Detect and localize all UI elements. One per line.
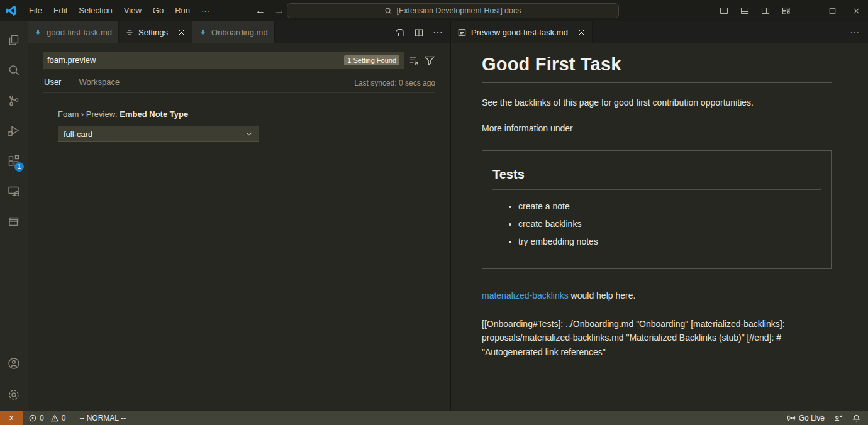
remote-indicator[interactable] [0,411,23,425]
preview-title: Good First Task [482,54,832,83]
list-item: create a note [518,200,826,213]
settings-editor-group: good-first-task.md Settings Onboarding.m… [28,21,450,411]
navigate-forward-icon[interactable]: → [274,5,284,16]
settings-search-input[interactable]: foam.preview 1 Setting Found [43,52,404,69]
source-control-icon[interactable] [0,86,28,116]
notifications-bell-icon[interactable] [852,414,861,423]
menu-file[interactable]: File [23,0,48,21]
open-settings-json-icon[interactable] [395,28,405,38]
setting-separator: › [81,109,84,119]
extensions-icon[interactable]: 1 [0,146,28,176]
settings-search-value: foam.preview [47,55,96,65]
embedded-note-card: Tests create a note create backlinks try… [482,150,832,270]
setting-subcategory: Preview: [86,109,118,119]
list-item: try embedding notes [518,235,826,248]
search-icon [384,7,392,15]
close-tab-icon[interactable] [577,28,586,36]
activity-bar: 1 [0,21,28,411]
settings-list-icon [125,28,134,37]
dropdown-value: full-card [64,130,92,139]
open-preview-icon [457,28,467,37]
chevron-down-icon [245,130,253,138]
setting-name: Embed Note Type [120,109,188,119]
link-paragraph: materialized-backlinks would help here. [482,289,832,302]
embedded-note-title: Tests [492,167,821,190]
vim-mode-indicator: -- NORMAL -- [79,414,126,422]
status-bar: 0 0 -- NORMAL -- Go Live [0,411,868,425]
menu-more-icon[interactable]: ⋯ [196,6,215,16]
minimize-button[interactable] [796,0,820,21]
tab-good-first-task[interactable]: good-first-task.md [28,21,119,43]
menu-run[interactable]: Run [169,0,196,21]
toggle-primary-sidebar-icon[interactable] [713,0,734,21]
toggle-secondary-sidebar-icon[interactable] [755,0,776,21]
feedback-icon[interactable] [833,414,843,423]
menu-go[interactable]: Go [147,0,169,21]
setting-label: Foam › Preview: Embed Note Type [58,109,435,119]
settings-editor: foam.preview 1 Setting Found User Worksp… [28,43,450,411]
preview-editor-group: Preview good-first-task.md ⋯ Good First … [451,21,868,411]
errors-icon [28,414,37,422]
maximize-button[interactable] [820,0,844,21]
setting-category: Foam [58,109,79,119]
setting-item-embed-note-type: Foam › Preview: Embed Note Type full-car… [58,109,435,142]
left-tab-bar: good-first-task.md Settings Onboarding.m… [28,21,450,43]
title-bar: File Edit Selection View Go Run ⋯ ← → [E… [0,0,868,21]
menu-view[interactable]: View [118,0,147,21]
settings-scope-tabs: User Workspace Last synced: 0 secs ago [43,77,435,93]
command-center-search[interactable]: [Extension Development Host] docs [287,3,619,18]
search-view-icon[interactable] [0,55,28,86]
settings-found-badge: 1 Setting Found [344,55,399,65]
markdown-preview: Good First Task See the backlinks of thi… [451,43,868,411]
tab-label: good-first-task.md [47,28,112,37]
run-debug-icon[interactable] [0,116,28,146]
menu-edit[interactable]: Edit [48,0,73,21]
scope-tab-user[interactable]: User [43,77,62,92]
markdown-file-icon [199,28,207,36]
tab-settings[interactable]: Settings [119,21,192,43]
settings-gear-icon[interactable] [0,378,28,411]
menu-selection[interactable]: Selection [73,0,118,21]
errors-count: 0 [40,414,44,422]
warnings-icon [50,414,59,422]
preview-more: More information under [482,122,832,135]
vscode-logo-icon [6,5,17,16]
markdown-file-icon [34,28,42,36]
split-editor-icon[interactable] [414,28,424,38]
problems-status[interactable]: 0 0 [28,414,69,422]
tab-preview-good-first-task[interactable]: Preview good-first-task.md [451,21,593,43]
command-center-label: [Extension Development Host] docs [396,6,521,15]
toggle-panel-icon[interactable] [734,0,755,21]
embedded-note-list: create a note create backlinks try embed… [487,200,826,248]
materialized-backlinks-link[interactable]: materialized-backlinks [482,290,569,301]
list-item: create backlinks [518,218,826,230]
tab-onboarding[interactable]: Onboarding.md [192,21,275,43]
customize-layout-icon[interactable] [776,0,796,21]
tab-label: Onboarding.md [211,28,268,37]
clear-settings-search-icon[interactable] [408,55,420,66]
go-live-button[interactable]: Go Live [787,414,825,422]
link-tail-text: would help here. [569,290,636,301]
tab-label: Preview good-first-task.md [471,28,568,37]
close-window-button[interactable] [844,0,868,21]
tab-label: Settings [138,28,168,37]
go-live-label: Go Live [799,414,825,422]
link-references-text: [[Onboarding#Tests]: ../Onboarding.md "O… [482,317,832,360]
last-synced-label: Last synced: 0 secs ago [354,79,435,92]
scope-tab-workspace[interactable]: Workspace [77,77,121,92]
broadcast-icon [787,414,796,422]
close-tab-icon[interactable] [177,28,186,36]
explorer-icon[interactable] [0,25,28,55]
right-tab-bar: Preview good-first-task.md ⋯ [451,21,868,43]
navigate-back-icon[interactable]: ← [255,5,265,16]
warnings-count: 0 [62,414,66,422]
windows-panel-icon[interactable] [0,206,28,236]
accounts-icon[interactable] [0,348,28,378]
filter-settings-icon[interactable] [424,55,435,66]
extensions-badge: 1 [14,162,24,172]
preview-intro: See the backlinks of this page for good … [482,96,832,109]
embed-note-type-dropdown[interactable]: full-card [58,126,259,142]
more-actions-icon[interactable]: ⋯ [841,21,868,43]
remote-explorer-icon[interactable] [0,176,28,206]
more-actions-icon[interactable]: ⋯ [433,26,443,38]
